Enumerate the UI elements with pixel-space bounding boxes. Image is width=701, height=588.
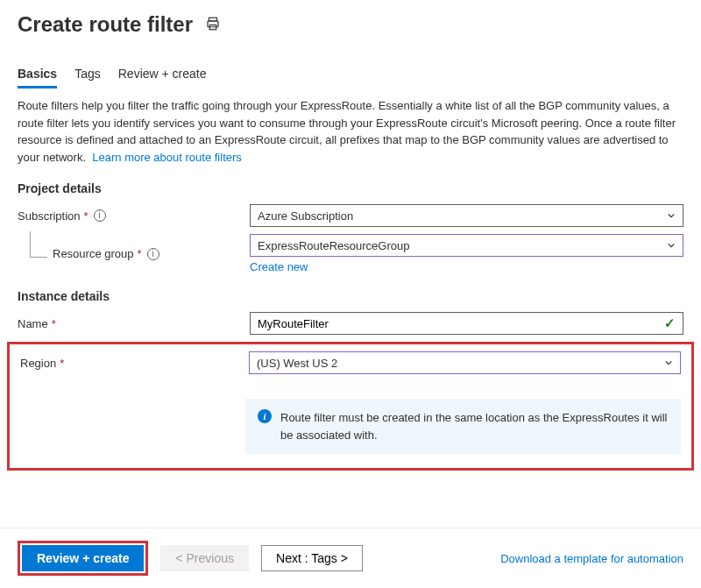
name-input[interactable]	[250, 312, 683, 335]
previous-button: < Previous	[160, 545, 249, 571]
info-banner: i Route filter must be created in the sa…	[245, 399, 681, 454]
page-title: Create route filter	[18, 12, 193, 37]
print-icon[interactable]	[205, 16, 221, 34]
footer-bar: Review + create < Previous Next : Tags >…	[0, 528, 701, 588]
chevron-down-icon	[664, 358, 673, 367]
resource-group-label: Resource group	[53, 247, 134, 260]
section-project-details: Project details	[18, 181, 683, 195]
tab-basics[interactable]: Basics	[18, 61, 57, 89]
tab-bar: Basics Tags Review + create	[18, 61, 683, 89]
required-indicator: *	[84, 209, 89, 223]
download-template-link[interactable]: Download a template for automation	[500, 552, 683, 565]
next-button[interactable]: Next : Tags >	[261, 545, 363, 571]
check-icon: ✓	[664, 315, 676, 331]
subscription-select[interactable]: Azure Subscription	[250, 204, 683, 227]
region-label: Region	[20, 357, 56, 370]
subscription-value: Azure Subscription	[258, 209, 353, 223]
description-text: Route filters help you filter the traffi…	[18, 97, 683, 166]
region-value: (US) West US 2	[257, 357, 337, 370]
section-instance-details: Instance details	[18, 289, 683, 303]
required-indicator: *	[52, 317, 56, 330]
review-create-button[interactable]: Review + create	[22, 545, 144, 571]
required-indicator: *	[60, 357, 64, 370]
region-select[interactable]: (US) West US 2	[249, 351, 681, 374]
resource-group-select[interactable]: ExpressRouteResourceGroup	[250, 234, 683, 257]
learn-more-link[interactable]: Learn more about route filters	[92, 151, 242, 164]
required-indicator: *	[138, 247, 142, 260]
create-new-link[interactable]: Create new	[250, 260, 308, 273]
review-button-highlight: Review + create	[18, 541, 148, 576]
info-circle-icon: i	[258, 409, 272, 423]
info-message: Route filter must be created in the same…	[280, 409, 669, 443]
name-label: Name	[18, 317, 48, 330]
resource-group-value: ExpressRouteResourceGroup	[258, 239, 409, 252]
chevron-down-icon	[667, 211, 676, 220]
region-highlight-box: Region * (US) West US 2 i Route filter m…	[7, 342, 694, 471]
tab-review[interactable]: Review + create	[118, 61, 207, 89]
chevron-down-icon	[667, 241, 676, 250]
info-icon[interactable]: i	[94, 209, 106, 222]
tab-tags[interactable]: Tags	[74, 61, 101, 89]
info-icon[interactable]: i	[147, 248, 159, 260]
subscription-label: Subscription	[18, 209, 81, 223]
indent-connector	[30, 231, 47, 258]
